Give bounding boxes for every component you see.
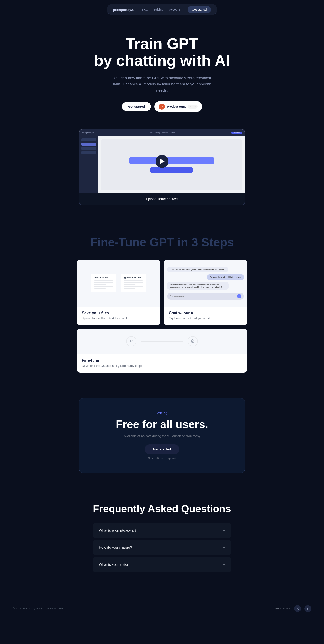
mock-submit-button (150, 167, 193, 173)
nav-links: FAQ Pricing Account (142, 8, 180, 11)
nav-inner: prompteasy.ai FAQ Pricing Account Get st… (107, 4, 217, 15)
file-name-1: fine-tune.txt (94, 276, 113, 279)
step-card-files: fine-tune.txt gptmodel31.txt (77, 260, 160, 325)
mock-sidebar-booleans (82, 138, 96, 141)
faq-section: Frequently Asked Questions What is promp… (88, 490, 235, 591)
hero-cta-button[interactable]: Get started (122, 102, 151, 111)
chat-input-text: Type a message... (170, 295, 237, 297)
navbar: prompteasy.ai FAQ Pricing Account Get st… (0, 0, 324, 18)
hero-title-line1: Train GPT (126, 35, 198, 52)
step-chat-body: Chat w/ our AI Explain what is it that y… (164, 306, 247, 325)
nav-cta-button[interactable]: Get started (188, 6, 211, 13)
product-hunt-votes: 18 (193, 105, 196, 108)
chat-bubble-ai-1: How does the AI chatbot gather? This cou… (167, 267, 228, 272)
steps-section: Fine-Tune GPT in 3 Steps fine-tune.txt g… (0, 222, 324, 390)
mock-nav-contact: Contact (170, 132, 175, 134)
steps-heading: Fine-Tune GPT in 3 Steps (4, 235, 320, 249)
step-card-finetune: P ⚙ Fine-tune Download the Dataset and y… (77, 328, 247, 373)
product-hunt-badge: ▲ 18 (188, 105, 198, 108)
faq-expand-icon-1: + (222, 528, 225, 533)
product-hunt-icon: P (159, 104, 165, 110)
chat-bubble-user-1: By using the link taught to the course (207, 274, 244, 280)
mock-nav-account: Account (162, 132, 168, 134)
footer-copyright: © 2024 prompteasy.ai, Inc. All rights re… (13, 607, 65, 610)
faq-item-1[interactable]: What is prompteasy.ai? + (93, 523, 231, 538)
faq-expand-icon-3: + (222, 562, 225, 568)
step-files-title: Save your files (82, 311, 155, 315)
video-card: prompteasy.ai FAQ Pricing Account Contac… (79, 129, 245, 205)
faq-section-wrapper: Frequently Asked Questions What is promp… (0, 490, 324, 591)
chat-input-row: Type a message... › (167, 293, 244, 300)
step-finetune-body: Fine-tune Download the Dataset and you'r… (77, 354, 247, 373)
video-section: prompteasy.ai FAQ Pricing Account Contac… (0, 125, 324, 222)
step-finetune-desc: Download the Dataset and you're ready to… (82, 364, 242, 368)
mock-nav-cta: Get started (231, 132, 242, 134)
steps-grid: fine-tune.txt gptmodel31.txt (77, 260, 247, 373)
product-hunt-label: Product Hunt (167, 105, 186, 108)
footer: © 2024 prompteasy.ai, Inc. All rights re… (0, 600, 324, 617)
mock-sidebar-subscription (82, 151, 96, 154)
nav-logo: prompteasy.ai (113, 8, 134, 12)
step-chat-desc: Explain what is it that you need. (169, 316, 242, 320)
footer-social: Get in touch: 𝕏 ▶ (275, 605, 311, 612)
mock-sidebar-contact (82, 142, 96, 146)
file-item-1: fine-tune.txt (91, 274, 116, 292)
video-mock-inner (101, 139, 242, 190)
upvote-arrow-icon: ▲ (190, 105, 192, 108)
mock-input-field (130, 157, 214, 164)
pricing-section: Pricing Free for all users. Available at… (0, 390, 324, 490)
mock-nav-logo: prompteasy.ai (82, 132, 94, 134)
nav-link-faq[interactable]: FAQ (142, 8, 148, 11)
play-button[interactable] (156, 155, 168, 168)
hero-buttons: Get started P Product Hunt ▲ 18 (4, 101, 320, 112)
footer-youtube-icon[interactable]: ▶ (304, 605, 311, 612)
file-item-2: gptmodel31.txt (121, 274, 146, 292)
step-chat-img: How does the AI chatbot gather? This cou… (164, 260, 247, 306)
pricing-title: Free for all users. (96, 418, 228, 430)
hero-section: Train GPT by chatting with AI You can no… (0, 18, 324, 125)
mock-nav-pricing: Pricing (156, 132, 160, 134)
faq-question-3: What is your vision (99, 562, 129, 567)
pricing-label: Pricing (96, 411, 228, 415)
pricing-card: Pricing Free for all users. Available at… (79, 398, 245, 473)
hero-title: Train GPT by chatting with AI (4, 36, 320, 69)
video-mock: prompteasy.ai FAQ Pricing Account Contac… (79, 130, 245, 193)
finetune-mock: P ⚙ (77, 328, 247, 354)
faq-item-3[interactable]: What is your vision + (93, 557, 231, 572)
mock-nav-links: FAQ Pricing Account Contact (150, 132, 175, 134)
mock-nav-faq: FAQ (150, 132, 153, 134)
chat-mock: How does the AI chatbot gather? This cou… (164, 263, 247, 303)
faq-heading: Frequently Asked Questions (93, 503, 231, 514)
mock-sidebar-datasets (82, 147, 96, 150)
step-files-img: fine-tune.txt gptmodel31.txt (77, 260, 160, 306)
step-files-body: Save your files Upload files with contex… (77, 306, 160, 325)
finetune-gear-icon: ⚙ (188, 336, 198, 346)
finetune-p-icon: P (126, 336, 136, 346)
faq-item-2[interactable]: How do you charge? + (93, 540, 231, 555)
mock-sidebar (79, 136, 98, 193)
mock-navbar: prompteasy.ai FAQ Pricing Account Contac… (79, 130, 245, 136)
video-label: upload some context (79, 193, 245, 205)
nav-link-account[interactable]: Account (169, 8, 180, 11)
file-mock: fine-tune.txt gptmodel31.txt (86, 269, 150, 297)
chat-send-button[interactable]: › (237, 294, 241, 298)
finetune-connector-line (141, 341, 183, 342)
faq-question-1: What is prompteasy.ai? (99, 528, 136, 533)
hero-description: You can now fine-tune GPT with absolutel… (109, 75, 215, 93)
pricing-subtitle: Available at no cost during the v1 launc… (96, 434, 228, 438)
product-hunt-button[interactable]: P Product Hunt ▲ 18 (154, 101, 202, 112)
step-finetune-title: Fine-tune (82, 358, 242, 363)
nav-link-pricing[interactable]: Pricing (154, 8, 163, 11)
chat-bubble-ai-2: Your AI chatbot will be fine-tuned to an… (167, 282, 228, 290)
footer-social-label: Get in touch: (275, 607, 291, 610)
step-files-desc: Upload files with context for your AI. (82, 316, 155, 320)
step-card-chat: How does the AI chatbot gather? This cou… (164, 260, 247, 325)
pricing-note: No credit card required (96, 457, 228, 460)
step-finetune-img: P ⚙ (77, 328, 247, 354)
file-name-2: gptmodel31.txt (124, 276, 142, 279)
footer-twitter-icon[interactable]: 𝕏 (294, 605, 301, 612)
hero-title-line2: by chatting with AI (94, 52, 230, 69)
pricing-cta-button[interactable]: Get started (144, 444, 180, 454)
faq-expand-icon-2: + (222, 545, 225, 550)
faq-question-2: How do you charge? (99, 546, 132, 550)
